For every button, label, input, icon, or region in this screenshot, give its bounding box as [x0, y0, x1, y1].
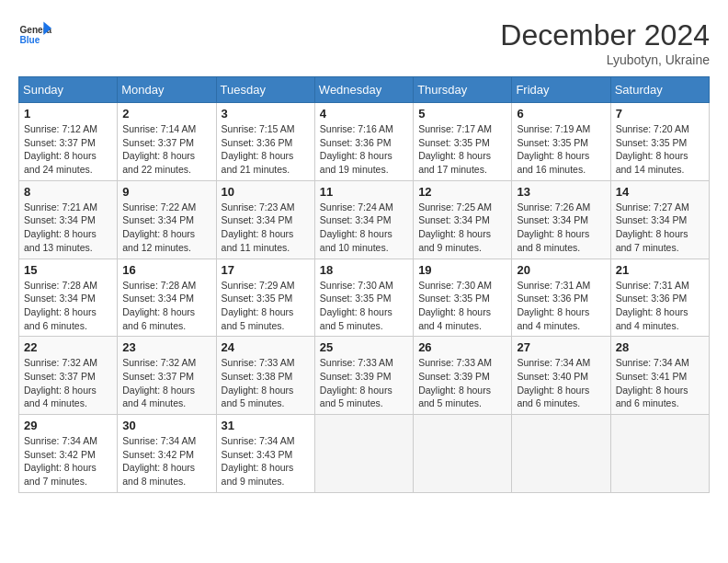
calendar-header-sunday: Sunday — [19, 77, 118, 103]
day-info: Sunrise: 7:33 AMSunset: 3:39 PMDaylight:… — [320, 356, 408, 410]
calendar-cell: 10Sunrise: 7:23 AMSunset: 3:34 PMDayligh… — [216, 180, 314, 259]
calendar-cell: 6Sunrise: 7:19 AMSunset: 3:35 PMDaylight… — [512, 103, 610, 181]
calendar-cell: 27Sunrise: 7:34 AMSunset: 3:40 PMDayligh… — [512, 337, 610, 415]
day-number: 24 — [222, 340, 310, 354]
day-number: 22 — [24, 340, 112, 354]
calendar-cell: 17Sunrise: 7:29 AMSunset: 3:35 PMDayligh… — [216, 259, 314, 337]
day-number: 2 — [122, 107, 210, 121]
day-number: 12 — [418, 185, 506, 199]
calendar-cell: 24Sunrise: 7:33 AMSunset: 3:38 PMDayligh… — [216, 337, 314, 415]
day-number: 19 — [418, 263, 506, 277]
title-block: December 2024 Lyubotyn, Ukraine — [500, 18, 710, 67]
day-number: 16 — [122, 263, 210, 277]
day-number: 13 — [517, 185, 605, 199]
day-info: Sunrise: 7:24 AMSunset: 3:34 PMDaylight:… — [320, 201, 408, 255]
calendar-cell: 13Sunrise: 7:26 AMSunset: 3:34 PMDayligh… — [512, 180, 610, 259]
day-number: 26 — [418, 340, 506, 354]
calendar-cell: 11Sunrise: 7:24 AMSunset: 3:34 PMDayligh… — [314, 180, 413, 259]
day-number: 7 — [616, 107, 704, 121]
calendar-header-monday: Monday — [118, 77, 216, 103]
calendar-cell: 25Sunrise: 7:33 AMSunset: 3:39 PMDayligh… — [314, 337, 413, 415]
calendar-header-thursday: Thursday — [414, 77, 512, 103]
day-number: 5 — [418, 107, 506, 121]
calendar-header-row: SundayMondayTuesdayWednesdayThursdayFrid… — [19, 77, 710, 103]
day-info: Sunrise: 7:14 AMSunset: 3:37 PMDaylight:… — [122, 122, 210, 177]
day-info: Sunrise: 7:27 AMSunset: 3:34 PMDaylight:… — [616, 201, 704, 255]
day-info: Sunrise: 7:30 AMSunset: 3:35 PMDaylight:… — [418, 279, 506, 333]
month-title: December 2024 — [500, 18, 710, 52]
page-header: General Blue December 2024 Lyubotyn, Ukr… — [18, 18, 710, 67]
day-info: Sunrise: 7:34 AMSunset: 3:42 PMDaylight:… — [122, 434, 210, 488]
calendar-cell: 19Sunrise: 7:30 AMSunset: 3:35 PMDayligh… — [414, 259, 512, 337]
day-number: 17 — [222, 263, 310, 277]
day-info: Sunrise: 7:29 AMSunset: 3:35 PMDaylight:… — [222, 279, 310, 333]
day-info: Sunrise: 7:34 AMSunset: 3:42 PMDaylight:… — [24, 434, 112, 488]
logo: General Blue — [18, 18, 51, 52]
calendar-cell: 21Sunrise: 7:31 AMSunset: 3:36 PMDayligh… — [610, 259, 709, 337]
day-number: 4 — [320, 107, 408, 121]
calendar-header-tuesday: Tuesday — [216, 77, 314, 103]
day-info: Sunrise: 7:15 AMSunset: 3:36 PMDaylight:… — [222, 122, 310, 177]
svg-text:Blue: Blue — [19, 35, 40, 45]
calendar-cell — [610, 415, 709, 493]
calendar-week-5: 29Sunrise: 7:34 AMSunset: 3:42 PMDayligh… — [19, 415, 710, 493]
day-info: Sunrise: 7:32 AMSunset: 3:37 PMDaylight:… — [122, 356, 210, 410]
day-number: 11 — [320, 185, 408, 199]
day-number: 21 — [616, 263, 704, 277]
calendar-cell: 9Sunrise: 7:22 AMSunset: 3:34 PMDaylight… — [118, 180, 216, 259]
day-info: Sunrise: 7:34 AMSunset: 3:43 PMDaylight:… — [222, 434, 310, 488]
calendar-cell: 31Sunrise: 7:34 AMSunset: 3:43 PMDayligh… — [216, 415, 314, 493]
day-info: Sunrise: 7:22 AMSunset: 3:34 PMDaylight:… — [122, 201, 210, 255]
day-info: Sunrise: 7:28 AMSunset: 3:34 PMDaylight:… — [24, 279, 112, 333]
calendar-cell: 1Sunrise: 7:12 AMSunset: 3:37 PMDaylight… — [19, 103, 118, 181]
day-info: Sunrise: 7:17 AMSunset: 3:35 PMDaylight:… — [418, 122, 506, 177]
day-info: Sunrise: 7:32 AMSunset: 3:37 PMDaylight:… — [24, 356, 112, 410]
day-info: Sunrise: 7:31 AMSunset: 3:36 PMDaylight:… — [616, 279, 704, 333]
day-number: 1 — [24, 107, 112, 121]
calendar-cell: 23Sunrise: 7:32 AMSunset: 3:37 PMDayligh… — [118, 337, 216, 415]
day-number: 27 — [517, 340, 605, 354]
calendar-cell: 15Sunrise: 7:28 AMSunset: 3:34 PMDayligh… — [19, 259, 118, 337]
calendar-table: SundayMondayTuesdayWednesdayThursdayFrid… — [18, 76, 710, 493]
day-number: 6 — [517, 107, 605, 121]
day-number: 28 — [616, 340, 704, 354]
calendar-cell: 5Sunrise: 7:17 AMSunset: 3:35 PMDaylight… — [414, 103, 512, 181]
day-info: Sunrise: 7:20 AMSunset: 3:35 PMDaylight:… — [616, 122, 704, 177]
calendar-cell — [512, 415, 610, 493]
calendar-cell: 8Sunrise: 7:21 AMSunset: 3:34 PMDaylight… — [19, 180, 118, 259]
day-number: 10 — [222, 185, 310, 199]
day-number: 20 — [517, 263, 605, 277]
day-info: Sunrise: 7:16 AMSunset: 3:36 PMDaylight:… — [320, 122, 408, 177]
calendar-week-3: 15Sunrise: 7:28 AMSunset: 3:34 PMDayligh… — [19, 259, 710, 337]
day-number: 3 — [222, 107, 310, 121]
day-info: Sunrise: 7:21 AMSunset: 3:34 PMDaylight:… — [24, 201, 112, 255]
calendar-cell: 12Sunrise: 7:25 AMSunset: 3:34 PMDayligh… — [414, 180, 512, 259]
calendar-cell: 28Sunrise: 7:34 AMSunset: 3:41 PMDayligh… — [610, 337, 709, 415]
calendar-cell: 14Sunrise: 7:27 AMSunset: 3:34 PMDayligh… — [610, 180, 709, 259]
calendar-cell: 26Sunrise: 7:33 AMSunset: 3:39 PMDayligh… — [414, 337, 512, 415]
day-info: Sunrise: 7:34 AMSunset: 3:40 PMDaylight:… — [517, 356, 605, 410]
calendar-cell: 16Sunrise: 7:28 AMSunset: 3:34 PMDayligh… — [118, 259, 216, 337]
day-info: Sunrise: 7:33 AMSunset: 3:39 PMDaylight:… — [418, 356, 506, 410]
day-number: 31 — [222, 419, 310, 432]
day-number: 15 — [24, 263, 112, 277]
day-number: 29 — [24, 419, 112, 432]
calendar-cell: 29Sunrise: 7:34 AMSunset: 3:42 PMDayligh… — [19, 415, 118, 493]
calendar-cell: 18Sunrise: 7:30 AMSunset: 3:35 PMDayligh… — [314, 259, 413, 337]
calendar-cell: 20Sunrise: 7:31 AMSunset: 3:36 PMDayligh… — [512, 259, 610, 337]
calendar-header-friday: Friday — [512, 77, 610, 103]
calendar-cell: 2Sunrise: 7:14 AMSunset: 3:37 PMDaylight… — [118, 103, 216, 181]
calendar-cell: 3Sunrise: 7:15 AMSunset: 3:36 PMDaylight… — [216, 103, 314, 181]
day-info: Sunrise: 7:25 AMSunset: 3:34 PMDaylight:… — [418, 201, 506, 255]
calendar-cell — [314, 415, 413, 493]
day-number: 30 — [122, 419, 210, 432]
day-info: Sunrise: 7:26 AMSunset: 3:34 PMDaylight:… — [517, 201, 605, 255]
calendar-week-1: 1Sunrise: 7:12 AMSunset: 3:37 PMDaylight… — [19, 103, 710, 181]
calendar-week-4: 22Sunrise: 7:32 AMSunset: 3:37 PMDayligh… — [19, 337, 710, 415]
calendar-cell: 22Sunrise: 7:32 AMSunset: 3:37 PMDayligh… — [19, 337, 118, 415]
location: Lyubotyn, Ukraine — [500, 52, 710, 67]
calendar-header-saturday: Saturday — [610, 77, 709, 103]
day-number: 23 — [122, 340, 210, 354]
day-info: Sunrise: 7:33 AMSunset: 3:38 PMDaylight:… — [222, 356, 310, 410]
calendar-cell: 7Sunrise: 7:20 AMSunset: 3:35 PMDaylight… — [610, 103, 709, 181]
